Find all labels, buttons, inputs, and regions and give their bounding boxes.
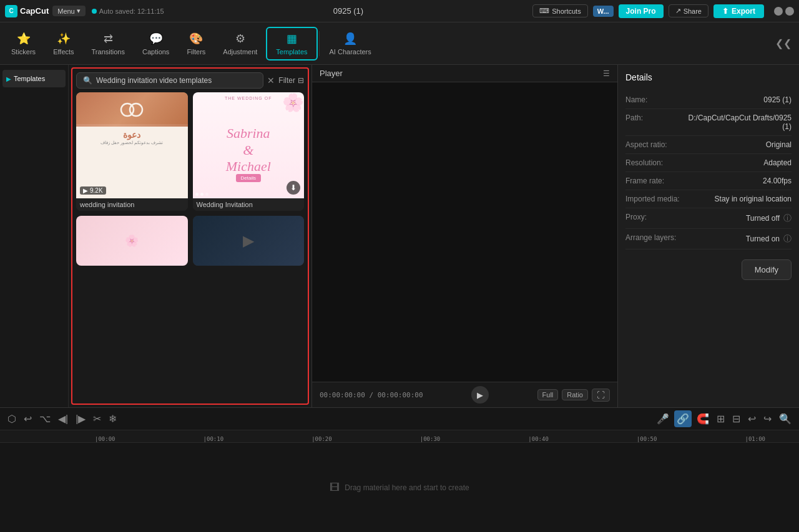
detail-value-framerate: 24.00fps (763, 177, 792, 185)
detail-value-aspect: Original (766, 140, 792, 149)
sidebar-item-templates[interactable]: ▶ Templates (2, 70, 66, 87)
magnet-button[interactable]: 🧲 (694, 410, 712, 427)
share-button[interactable]: ↗ Share (669, 4, 708, 17)
timecode-total: 00:00:00:00 (378, 391, 423, 399)
template-card-3[interactable]: 🌸 (76, 216, 188, 266)
timeline-content: 🎞 Drag material here and start to create (0, 443, 799, 532)
player-header: Player ☰ (312, 65, 617, 82)
collapse-panel-button[interactable]: ❮❮ (770, 37, 797, 49)
undo2-button[interactable]: ↩ (745, 410, 758, 427)
player-menu-icon[interactable]: ☰ (603, 69, 610, 78)
template-card-1[interactable]: دعوة تشرف بدعوتكم لحضور حفل زفاف ▶ 9.2K … (76, 92, 188, 211)
filters-icon: 🎨 (189, 32, 203, 46)
effects-icon: ✨ (57, 32, 71, 46)
detail-label-path: Path: (625, 114, 643, 122)
nav-label-templates: Templates (276, 48, 307, 56)
detail-value-proxy: Turned off (746, 214, 780, 223)
align-button[interactable]: ⊞ (714, 410, 727, 427)
maximize-button[interactable] (785, 7, 794, 16)
nav-item-effects[interactable]: ✨ Effects (44, 28, 82, 59)
nav-item-captions[interactable]: 💬 Captions (134, 28, 178, 59)
shortcuts-button[interactable]: ⌨ Shortcuts (532, 4, 587, 17)
shortcuts-label: Shortcuts (552, 7, 581, 15)
detail-label-proxy: Proxy: (625, 213, 647, 221)
menu-button[interactable]: Menu ▾ (52, 6, 86, 16)
sidebar-label-templates: Templates (14, 75, 45, 82)
search-input[interactable] (96, 76, 257, 85)
nav-item-filters[interactable]: 🎨 Filters (178, 28, 214, 59)
nav-label-effects: Effects (53, 48, 74, 56)
trim-left-button[interactable]: ◀| (56, 410, 71, 427)
template-card-1-label: wedding invitation (76, 198, 188, 211)
timeline: ⬡ ↩ ⌥ ◀| |▶ ✂ ❄ 🎤 🔗 🧲 ⊞ ⊟ ↩ ↪ 🔍 |00:00 |… (0, 407, 799, 532)
template-card-2[interactable]: THE WEDDING OF 🌸 Sabrina&Michael Details… (193, 92, 305, 211)
topbar-right: ⌨ Shortcuts W... Join Pro ↗ Share ⬆ Expo… (532, 4, 794, 18)
detail-label-name: Name: (625, 95, 647, 104)
template-card-2-label: Wedding Invitation (193, 198, 305, 211)
grid-button[interactable]: ⊟ (730, 410, 743, 427)
download-icon[interactable]: ⬇ (287, 181, 300, 195)
adjustment-icon: ⚙ (235, 32, 245, 46)
transitions-icon: ⇄ (104, 32, 113, 46)
detail-value-resolution: Adapted (763, 158, 792, 167)
filter-button[interactable]: Filter ⊟ (278, 76, 304, 85)
details-panel: Details Name: 0925 (1) Path: D:/CapCut/C… (618, 65, 799, 407)
audio-button[interactable]: 🎤 (654, 410, 672, 427)
zoom-out-button[interactable]: 🔍 (777, 410, 794, 427)
ruler-mark-20: |00:20 (311, 436, 332, 442)
cursor-tool-button[interactable]: ⬡ (5, 410, 19, 427)
app-logo: C CapCut (5, 5, 49, 17)
delete-button[interactable]: ✂ (91, 410, 104, 427)
detail-label-framerate: Frame rate: (625, 177, 664, 185)
redo-button[interactable]: ↪ (761, 410, 774, 427)
join-pro-button[interactable]: Join Pro (619, 4, 664, 18)
arrange-layers-info-icon[interactable]: ⓘ (783, 233, 792, 244)
search-bar: 🔍 (76, 72, 263, 89)
nav-label-adjustment: Adjustment (223, 48, 257, 56)
freeze-button[interactable]: ❄ (106, 410, 119, 427)
trim-right-button[interactable]: |▶ (73, 410, 88, 427)
ratio-button[interactable]: Ratio (562, 389, 588, 400)
nav-item-transitions[interactable]: ⇄ Transitions (83, 28, 134, 59)
search-icon: 🔍 (83, 76, 92, 85)
full-button[interactable]: Full (537, 389, 559, 400)
modify-button[interactable]: Modify (742, 259, 792, 280)
autosave-dot-icon (92, 9, 97, 14)
link-button[interactable]: 🔗 (674, 410, 692, 427)
captions-icon: 💬 (149, 32, 163, 46)
play-button[interactable]: ▶ (471, 386, 489, 404)
undo-button[interactable]: ↩ (21, 410, 34, 427)
nav-label-filters: Filters (187, 48, 205, 56)
player-area: Player ☰ 00:00:00:00 / 00:00:00:00 ▶ Ful… (312, 65, 618, 407)
export-button[interactable]: ⬆ Export (713, 4, 764, 18)
ruler-marks: |00:00 |00:10 |00:20 |00:30 |00:40 |00:5… (95, 430, 752, 442)
detail-label-aspect: Aspect ratio: (625, 140, 667, 149)
topbar-center: 0925 (1) (168, 6, 529, 16)
detail-row-name: Name: 0925 (1) (625, 91, 792, 109)
nav-item-stickers[interactable]: ⭐ Stickers (2, 28, 44, 59)
player-controls: 00:00:00:00 / 00:00:00:00 ▶ Full Ratio ⛶ (312, 382, 617, 407)
search-clear-button[interactable]: ✕ (267, 75, 275, 85)
workspace-badge[interactable]: W... (593, 6, 614, 17)
ruler-mark-40: |00:40 (528, 436, 549, 442)
timecode: 00:00:00:00 / 00:00:00:00 (320, 391, 423, 399)
proxy-info-icon[interactable]: ⓘ (783, 213, 792, 224)
template-card-4[interactable]: ▶ (193, 216, 305, 266)
detail-value-path: D:/CapCut/CapCut Drafts/0925 (1) (679, 114, 792, 131)
nav-item-ai-characters[interactable]: 👤 AI Characters (321, 28, 380, 59)
project-title: 0925 (1) (333, 6, 363, 16)
window-controls (774, 7, 794, 16)
nav-toolbar: ⭐ Stickers ✨ Effects ⇄ Transitions 💬 Cap… (0, 22, 799, 65)
view-count-badge: ▶ 9.2K (80, 186, 106, 195)
nav-separator (319, 31, 320, 56)
nav-item-templates[interactable]: ▦ Templates (266, 27, 317, 60)
sidebar: ▶ Templates (0, 65, 69, 407)
nav-item-adjustment[interactable]: ⚙ Adjustment (214, 28, 266, 59)
minimize-button[interactable] (774, 7, 783, 16)
progress-dot (200, 193, 203, 196)
timeline-toolbar: ⬡ ↩ ⌥ ◀| |▶ ✂ ❄ 🎤 🔗 🧲 ⊞ ⊟ ↩ ↪ 🔍 (0, 408, 799, 430)
detail-label-arrange-layers: Arrange layers: (625, 233, 676, 242)
timecode-separator: / (369, 391, 377, 399)
split-button[interactable]: ⌥ (37, 410, 53, 427)
fullscreen-button[interactable]: ⛶ (592, 389, 610, 402)
